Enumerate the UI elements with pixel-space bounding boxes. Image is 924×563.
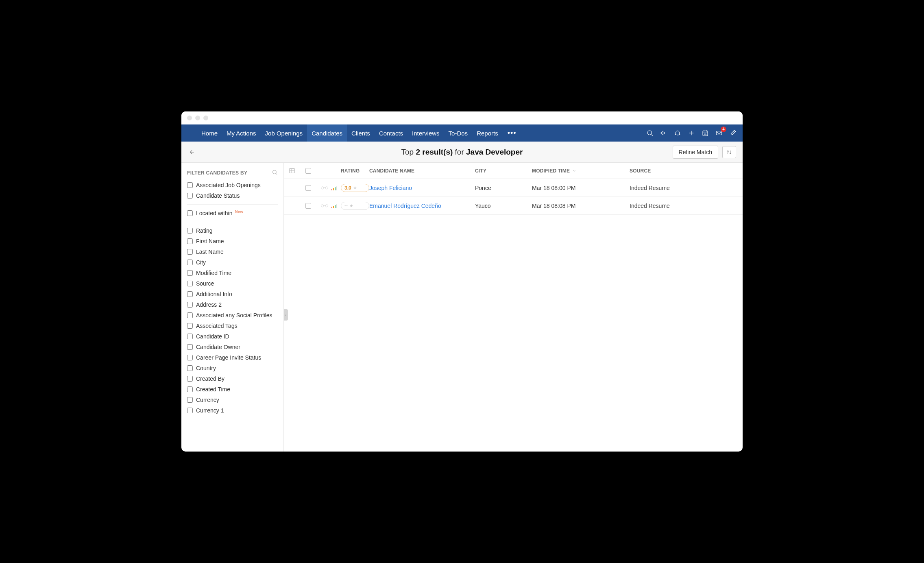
filter-rating[interactable]: Rating bbox=[181, 225, 283, 236]
window-min-dot[interactable] bbox=[195, 116, 200, 120]
nav-more[interactable]: ••• bbox=[503, 129, 521, 137]
filter-checkbox[interactable] bbox=[187, 302, 193, 308]
filter-candidate-status[interactable]: Candidate Status bbox=[181, 190, 283, 201]
svg-text:31: 31 bbox=[704, 133, 707, 135]
filter-associated-any-social-profiles[interactable]: Associated any Social Profiles bbox=[181, 310, 283, 321]
filter-checkbox[interactable] bbox=[187, 260, 193, 265]
rating-pill[interactable]: -- bbox=[341, 202, 369, 210]
svg-rect-7 bbox=[290, 168, 294, 173]
filter-modified-time[interactable]: Modified Time bbox=[181, 268, 283, 278]
mail-icon[interactable]: 4 bbox=[715, 129, 723, 137]
filter-created-by[interactable]: Created By bbox=[181, 373, 283, 384]
nav-contacts[interactable]: Contacts bbox=[375, 124, 408, 142]
filter-checkbox[interactable] bbox=[187, 210, 193, 216]
filter-label: Rating bbox=[196, 227, 212, 234]
filter-candidate-id[interactable]: Candidate ID bbox=[181, 331, 283, 342]
filter-career-page-invite-status[interactable]: Career Page Invite Status bbox=[181, 352, 283, 363]
nav-job-openings[interactable]: Job Openings bbox=[261, 124, 307, 142]
filter-checkbox[interactable] bbox=[187, 376, 193, 382]
mail-badge: 4 bbox=[721, 127, 726, 132]
filter-associated-job-openings[interactable]: Associated Job Openings bbox=[181, 180, 283, 190]
col-source[interactable]: SOURCE bbox=[630, 168, 695, 174]
back-button[interactable] bbox=[181, 148, 201, 156]
filter-search-icon[interactable] bbox=[272, 169, 278, 177]
svg-point-0 bbox=[647, 131, 652, 135]
col-modified[interactable]: MODIFIED TIME bbox=[532, 168, 630, 174]
select-all-checkbox[interactable] bbox=[305, 168, 311, 174]
filter-additional-info[interactable]: Additional Info bbox=[181, 289, 283, 299]
filter-created-time[interactable]: Created Time bbox=[181, 384, 283, 395]
table-row[interactable]: 3.0Joseph FelicianoPonceMar 18 08:00 PMI… bbox=[284, 179, 743, 197]
filter-checkbox[interactable] bbox=[187, 344, 193, 350]
filter-last-name[interactable]: Last Name bbox=[181, 247, 283, 257]
column-config-icon[interactable] bbox=[284, 168, 300, 174]
filter-candidate-owner[interactable]: Candidate Owner bbox=[181, 342, 283, 352]
col-rating[interactable]: RATING bbox=[341, 168, 369, 174]
filter-first-name[interactable]: First Name bbox=[181, 236, 283, 247]
results-table: RATING CANDIDATE NAME CITY MODIFIED TIME… bbox=[284, 163, 743, 452]
nav-candidates[interactable]: Candidates bbox=[307, 124, 347, 142]
filter-city[interactable]: City bbox=[181, 257, 283, 268]
rating-pill[interactable]: 3.0 bbox=[341, 184, 369, 192]
filter-checkbox[interactable] bbox=[187, 281, 193, 286]
filter-country[interactable]: Country bbox=[181, 363, 283, 373]
search-icon[interactable] bbox=[646, 129, 654, 137]
filter-associated-tags[interactable]: Associated Tags bbox=[181, 321, 283, 331]
filter-checkbox[interactable] bbox=[187, 408, 193, 413]
nav-clients[interactable]: Clients bbox=[347, 124, 375, 142]
nav-my-actions[interactable]: My Actions bbox=[222, 124, 261, 142]
filter-checkbox[interactable] bbox=[187, 238, 193, 244]
filter-checkbox[interactable] bbox=[187, 270, 193, 276]
sort-control[interactable]: AZ bbox=[722, 146, 736, 158]
filter-checkbox[interactable] bbox=[187, 182, 193, 188]
filter-checkbox[interactable] bbox=[187, 193, 193, 199]
row-checkbox[interactable] bbox=[305, 185, 311, 191]
filter-checkbox[interactable] bbox=[187, 355, 193, 360]
filter-currency-1[interactable]: Currency 1 bbox=[181, 405, 283, 416]
filter-label: Created Time bbox=[196, 386, 230, 393]
filter-currency[interactable]: Currency bbox=[181, 395, 283, 405]
filter-label: Last Name bbox=[196, 249, 224, 255]
bell-icon[interactable] bbox=[673, 129, 682, 137]
row-status-icons bbox=[316, 203, 341, 208]
filter-checkbox[interactable] bbox=[187, 228, 193, 233]
filter-checkbox[interactable] bbox=[187, 291, 193, 297]
filter-checkbox[interactable] bbox=[187, 386, 193, 392]
nav-home[interactable]: Home bbox=[197, 124, 222, 142]
filter-label: Located within bbox=[196, 210, 233, 216]
add-icon[interactable] bbox=[687, 129, 695, 137]
table-row[interactable]: --Emanuel Rodríguez CedeñoYaucoMar 18 08… bbox=[284, 197, 743, 215]
tools-icon[interactable] bbox=[729, 129, 737, 137]
filter-located-within[interactable]: Located within New bbox=[181, 208, 283, 218]
nav-reports[interactable]: Reports bbox=[472, 124, 503, 142]
results-term: Java Developer bbox=[466, 148, 523, 156]
row-checkbox[interactable] bbox=[305, 203, 311, 209]
menu-toggle[interactable] bbox=[181, 129, 197, 137]
calendar-icon[interactable]: 31 bbox=[701, 129, 709, 137]
filter-label: Currency bbox=[196, 397, 219, 403]
candidate-link[interactable]: Emanuel Rodríguez Cedeño bbox=[369, 203, 441, 209]
window-max-dot[interactable] bbox=[203, 116, 208, 120]
nav-interviews[interactable]: Interviews bbox=[408, 124, 444, 142]
filter-checkbox[interactable] bbox=[187, 397, 193, 403]
nav-to-dos[interactable]: To-Dos bbox=[444, 124, 473, 142]
window-close-dot[interactable] bbox=[187, 116, 192, 120]
filter-label: Career Page Invite Status bbox=[196, 354, 261, 361]
filter-label: Candidate Owner bbox=[196, 344, 240, 350]
col-city[interactable]: CITY bbox=[475, 168, 532, 174]
filter-source[interactable]: Source bbox=[181, 278, 283, 289]
cell-source: Indeed Resume bbox=[630, 203, 695, 209]
col-name[interactable]: CANDIDATE NAME bbox=[369, 168, 475, 174]
refine-match-button[interactable]: Refine Match bbox=[673, 146, 718, 159]
filter-checkbox[interactable] bbox=[187, 312, 193, 318]
filter-checkbox[interactable] bbox=[187, 249, 193, 255]
candidate-link[interactable]: Joseph Feliciano bbox=[369, 185, 412, 191]
filter-checkbox[interactable] bbox=[187, 365, 193, 371]
nav-items: HomeMy ActionsJob OpeningsCandidatesClie… bbox=[197, 124, 503, 142]
announce-icon[interactable] bbox=[660, 129, 668, 137]
filter-address-2[interactable]: Address 2 bbox=[181, 299, 283, 310]
results-count: 2 result(s) bbox=[416, 148, 453, 156]
table-header: RATING CANDIDATE NAME CITY MODIFIED TIME… bbox=[284, 163, 743, 179]
filter-checkbox[interactable] bbox=[187, 334, 193, 339]
filter-checkbox[interactable] bbox=[187, 323, 193, 329]
